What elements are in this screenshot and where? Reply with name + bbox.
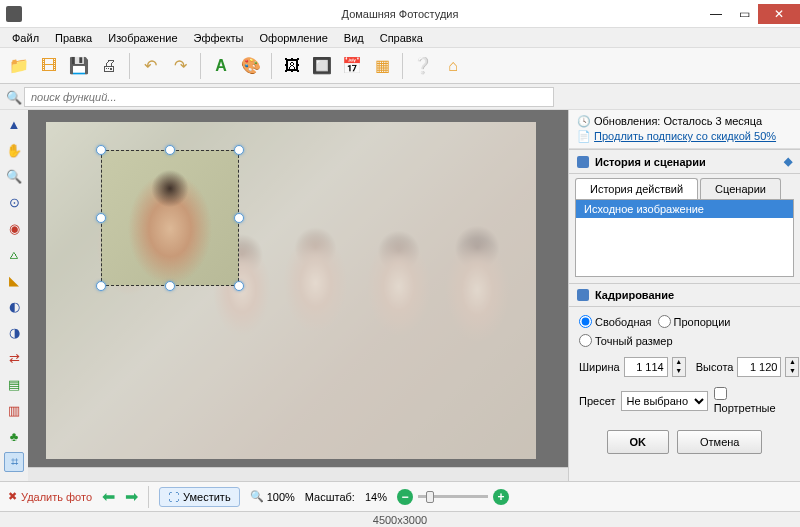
zoom-slider[interactable] (418, 495, 488, 498)
canvas[interactable] (36, 118, 560, 459)
main-toolbar: 📁 🎞 💾 🖨 ↶ ↷ A 🎨 🖼 🔲 📅 ▦ ❔ ⌂ (0, 48, 800, 84)
history-tabs: История действий Сценарии (569, 174, 800, 199)
search-input[interactable] (24, 87, 554, 107)
film-icon[interactable]: 🎞 (35, 52, 63, 80)
home-icon[interactable]: ⌂ (439, 52, 467, 80)
help-icon[interactable]: ❔ (409, 52, 437, 80)
shape-tool[interactable]: 🜂 (4, 244, 24, 264)
tab-scenarios[interactable]: Сценарии (700, 178, 781, 199)
save-icon[interactable]: 💾 (65, 52, 93, 80)
delete-icon: ✖ (8, 490, 17, 503)
menu-image[interactable]: Изображение (100, 30, 185, 46)
next-button[interactable]: ➡ (125, 487, 138, 506)
crop-handle-br[interactable] (234, 281, 244, 291)
crop-mode-exact[interactable]: Точный размер (579, 334, 673, 347)
crop-handle-tr[interactable] (234, 145, 244, 155)
crop-handle-tl[interactable] (96, 145, 106, 155)
crop-mode-free[interactable]: Свободная (579, 315, 652, 328)
open-icon[interactable]: 📁 (5, 52, 33, 80)
undo-icon[interactable]: ↶ (136, 52, 164, 80)
zoom-out-button[interactable]: − (397, 489, 413, 505)
update-notice: 🕓Обновления: Осталось 3 месяца 📄 Продлит… (569, 110, 800, 149)
window-title: Домашняя Фотостудия (342, 8, 459, 20)
zoom-100-button[interactable]: 🔍100% (250, 490, 295, 503)
maximize-button[interactable]: ▭ (730, 4, 758, 24)
panel-expand-icon[interactable]: ◆ (784, 155, 792, 168)
history-panel-header: История и сценарии ◆ (569, 149, 800, 174)
width-spinner[interactable]: ▲▼ (672, 357, 686, 377)
canvas-hscroll[interactable] (28, 467, 568, 481)
crop-mode-ratio[interactable]: Пропорции (658, 315, 731, 328)
minimize-button[interactable]: — (702, 4, 730, 24)
history-list: Исходное изображение (575, 199, 794, 277)
cancel-button[interactable]: Отмена (677, 430, 762, 454)
menu-decor[interactable]: Оформление (252, 30, 336, 46)
collage-icon[interactable]: ▦ (368, 52, 396, 80)
redo-icon[interactable]: ↷ (166, 52, 194, 80)
menubar: Файл Правка Изображение Эффекты Оформлен… (0, 28, 800, 48)
layers-tool[interactable]: ▥ (4, 400, 24, 420)
image-icon[interactable]: 🖼 (278, 52, 306, 80)
frame-icon[interactable]: 🔲 (308, 52, 336, 80)
cursor-tool[interactable]: ▲ (4, 114, 24, 134)
ok-button[interactable]: OK (607, 430, 670, 454)
fit-button[interactable]: ⛶Уместить (159, 487, 240, 507)
width-label: Ширина (579, 361, 620, 373)
zoom-slider-thumb[interactable] (426, 491, 434, 503)
scale-label: Масштаб: (305, 491, 355, 503)
history-panel-title: История и сценарии (595, 156, 706, 168)
bottom-bar: ✖Удалить фото ⬅ ➡ ⛶Уместить 🔍100% Масшта… (0, 481, 800, 511)
titlebar: Домашняя Фотостудия — ▭ ✕ (0, 0, 800, 28)
delete-photo-button[interactable]: ✖Удалить фото (8, 490, 92, 503)
brightness-tool[interactable]: ◑ (4, 322, 24, 342)
close-button[interactable]: ✕ (758, 4, 800, 24)
magnifier-icon: 🔍 (250, 490, 264, 503)
crop-tool[interactable]: ⌗ (4, 452, 24, 472)
hand-tool[interactable]: ✋ (4, 140, 24, 160)
crop-panel-body: Свободная Пропорции Точный размер Ширина… (569, 307, 800, 462)
zoom-in-button[interactable]: + (493, 489, 509, 505)
portrait-check[interactable]: Портретные (714, 387, 790, 414)
calendar-icon[interactable]: 📅 (338, 52, 366, 80)
text-icon[interactable]: A (207, 52, 235, 80)
fit-icon: ⛶ (168, 491, 179, 503)
history-item[interactable]: Исходное изображение (576, 200, 793, 218)
menu-view[interactable]: Вид (336, 30, 372, 46)
menu-help[interactable]: Справка (372, 30, 431, 46)
crop-handle-l[interactable] (96, 213, 106, 223)
app-icon (6, 6, 22, 22)
crop-handle-bl[interactable] (96, 281, 106, 291)
crop-handle-b[interactable] (165, 281, 175, 291)
width-input[interactable] (624, 357, 668, 377)
retouch-tool[interactable]: ♣ (4, 426, 24, 446)
left-toolbar: ▲ ✋ 🔍 ⊙ ◉ 🜂 ◣ ◐ ◑ ⇄ ▤ ▥ ♣ ⌗ (0, 110, 28, 481)
contrast-tool[interactable]: ◐ (4, 296, 24, 316)
preset-label: Пресет (579, 395, 615, 407)
redeye-tool[interactable]: ◉ (4, 218, 24, 238)
height-label: Высота (696, 361, 734, 373)
renew-link[interactable]: Продлить подписку со скидкой 50% (594, 130, 776, 142)
height-spinner[interactable]: ▲▼ (785, 357, 799, 377)
crop-handle-t[interactable] (165, 145, 175, 155)
status-resolution: 4500x3000 (373, 514, 427, 526)
menu-edit[interactable]: Правка (47, 30, 100, 46)
crop-panel-header: Кадрирование (569, 283, 800, 307)
print-icon[interactable]: 🖨 (95, 52, 123, 80)
prev-button[interactable]: ⬅ (102, 487, 115, 506)
height-input[interactable] (737, 357, 781, 377)
tab-history[interactable]: История действий (575, 178, 698, 199)
clone-tool[interactable]: ⊙ (4, 192, 24, 212)
clock-icon: 🕓 (577, 115, 591, 127)
zoom-tool[interactable]: 🔍 (4, 166, 24, 186)
palette-icon[interactable]: 🎨 (237, 52, 265, 80)
menu-file[interactable]: Файл (4, 30, 47, 46)
search-row: 🔍 (0, 84, 800, 110)
menu-effects[interactable]: Эффекты (186, 30, 252, 46)
swap-tool[interactable]: ⇄ (4, 348, 24, 368)
crop-handle-r[interactable] (234, 213, 244, 223)
levels-tool[interactable]: ▤ (4, 374, 24, 394)
scale-value: 14% (365, 491, 387, 503)
preset-select[interactable]: Не выбрано (621, 391, 707, 411)
crop-selection[interactable] (101, 150, 239, 286)
fill-tool[interactable]: ◣ (4, 270, 24, 290)
